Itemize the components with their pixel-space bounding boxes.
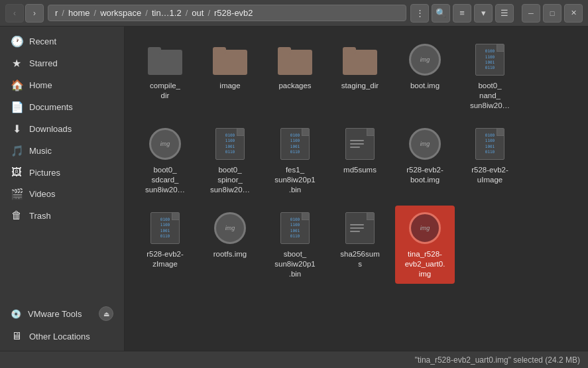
breadcrumb-home: home	[68, 8, 90, 18]
sidebar-item-pictures[interactable]: 🖼 Pictures	[0, 162, 124, 183]
img-icon: img	[214, 212, 246, 244]
file-label: fes1_sun8iw20p1.bin	[274, 165, 315, 195]
sidebar-item-starred[interactable]: ★ Starred	[0, 52, 124, 74]
sidebar-item-other-locations[interactable]: 🖥 Other Locations	[0, 326, 124, 347]
file-item-image[interactable]: image	[200, 37, 260, 116]
file-label: sha256sums	[340, 249, 379, 269]
file-item-fes1[interactable]: 0100110010010110 fes1_sun8iw20p1.bin	[265, 121, 325, 200]
file-label: boot0_sdcard_sun8iw20…	[145, 165, 185, 195]
svg-rect-3	[213, 47, 226, 54]
vmware-label: VMware Tools	[28, 309, 82, 319]
sidebar-item-label: Trash	[29, 211, 51, 221]
titlebar: ‹ › r / home / workspace / tin…1.2 / out…	[0, 0, 588, 27]
file-label: compile_dir	[150, 81, 180, 101]
file-label: boot0_nand_sun8iw20…	[470, 81, 510, 111]
bin-icon: 0100110010010110	[475, 128, 504, 160]
home-icon: 🏠	[11, 79, 23, 92]
trash-icon: 🗑	[11, 210, 23, 221]
file-item-sha256sums[interactable]: sha256sums	[330, 206, 390, 284]
window-controls: ─ □ ✕	[522, 4, 583, 23]
sidebar-item-label: Other Locations	[29, 332, 90, 341]
file-item-staging-dir[interactable]: staging_dir	[330, 37, 390, 116]
bin-icon: 0100110010010110	[475, 44, 504, 76]
status-text: "tina_r528-evb2_uart0.img" selected (24.…	[415, 355, 580, 365]
sidebar-item-label: Recent	[29, 36, 56, 46]
recent-icon: 🕐	[11, 35, 23, 48]
img-icon: img	[409, 44, 441, 76]
txt-icon	[345, 212, 375, 244]
sidebar-item-trash[interactable]: 🗑 Trash	[0, 205, 124, 226]
back-button[interactable]: ‹	[5, 4, 24, 23]
statusbar: "tina_r528-evb2_uart0.img" selected (24.…	[0, 351, 588, 368]
main-area: 🕐 Recent ★ Starred 🏠 Home 📄 Documents ⬇ …	[0, 27, 588, 351]
file-label: rootfs.img	[213, 249, 247, 259]
file-item-md5sums[interactable]: md5sums	[330, 121, 390, 200]
file-label: md5sums	[343, 165, 377, 175]
file-label: sboot_sun8iw20p1.bin	[274, 249, 315, 279]
sidebar-item-music[interactable]: 🎵 Music	[0, 140, 124, 162]
sidebar-item-documents[interactable]: 📄 Documents	[0, 96, 124, 118]
dots-icon: ⋮	[416, 8, 424, 18]
img-icon: img	[409, 212, 441, 244]
bin-icon: 0100110010010110	[215, 128, 245, 160]
sidebar: 🕐 Recent ★ Starred 🏠 Home 📄 Documents ⬇ …	[0, 27, 125, 351]
file-item-r528-uimage[interactable]: 0100110010010110 r528-evb2-uImage	[460, 121, 520, 200]
dropdown-icon: ▾	[481, 8, 486, 18]
sidebar-item-label: Documents	[29, 102, 73, 112]
file-item-boot0-nand[interactable]: 0100110010010110 boot0_nand_sun8iw20…	[460, 37, 520, 116]
sidebar-item-downloads[interactable]: ⬇ Downloads	[0, 118, 124, 140]
file-item-packages[interactable]: packages	[265, 37, 325, 116]
file-item-tina-r528[interactable]: img tina_r528-evb2_uart0.img	[395, 206, 455, 284]
main-menu-button[interactable]: ☰	[495, 4, 514, 23]
breadcrumb-out: out	[192, 8, 204, 18]
breadcrumb-root: r	[55, 8, 58, 18]
view-dropdown-button[interactable]: ▾	[474, 4, 493, 23]
list-icon: ≡	[459, 8, 465, 18]
folder-icon	[213, 44, 247, 75]
file-item-boot0-spinor[interactable]: 0100110010010110 boot0_spinor_sun8iw20…	[200, 121, 260, 200]
svg-rect-1	[148, 47, 161, 54]
view-list-button[interactable]: ≡	[453, 4, 471, 23]
titlebar-actions: ⋮ 🔍 ≡ ▾ ☰	[410, 4, 514, 23]
breadcrumb[interactable]: r / home / workspace / tin…1.2 / out / r…	[48, 5, 406, 21]
forward-button[interactable]: ›	[25, 4, 44, 23]
sidebar-item-label: Music	[29, 146, 52, 156]
file-item-r528-zimage[interactable]: 0100110010010110 r528-evb2-zImage	[135, 206, 195, 284]
sidebar-item-videos[interactable]: 🎬 Videos	[0, 183, 124, 205]
minimize-icon: ─	[528, 9, 534, 17]
file-item-sboot[interactable]: 0100110010010110 sboot_sun8iw20p1.bin	[265, 206, 325, 284]
menu-icon: ☰	[500, 8, 508, 18]
sidebar-item-label: Starred	[29, 58, 58, 68]
file-item-compile-dir[interactable]: compile_dir	[135, 37, 195, 116]
folder-icon	[343, 44, 377, 75]
img-icon: img	[409, 128, 441, 160]
file-item-boot0-sdcard[interactable]: img boot0_sdcard_sun8iw20…	[135, 121, 195, 200]
file-label: r528-evb2-zImage	[147, 249, 184, 269]
sidebar-item-vmware[interactable]: 💿 VMware Tools ⏏	[0, 302, 124, 326]
maximize-button[interactable]: □	[543, 4, 561, 23]
sidebar-item-label: Downloads	[29, 124, 72, 134]
music-icon: 🎵	[11, 145, 23, 157]
bin-icon: 0100110010010110	[150, 212, 180, 244]
file-item-rootfs[interactable]: img rootfs.img	[200, 206, 260, 284]
menu-dots-button[interactable]: ⋮	[410, 4, 429, 23]
eject-icon: ⏏	[103, 310, 109, 318]
sidebar-item-label: Videos	[29, 189, 56, 199]
sidebar-item-home[interactable]: 🏠 Home	[0, 74, 124, 96]
minimize-button[interactable]: ─	[522, 4, 540, 23]
vmware-eject-button[interactable]: ⏏	[99, 306, 113, 321]
file-item-r528-boot[interactable]: img r528-evb2-boot.img	[395, 121, 455, 200]
documents-icon: 📄	[11, 101, 23, 113]
other-locations-icon: 🖥	[11, 330, 23, 342]
file-label: packages	[278, 81, 311, 91]
file-grid: compile_dir image	[135, 37, 577, 284]
file-label: r528-evb2-boot.img	[406, 165, 443, 185]
file-label: staging_dir	[341, 81, 379, 91]
close-button[interactable]: ✕	[564, 4, 583, 23]
sidebar-item-recent[interactable]: 🕐 Recent	[0, 31, 124, 52]
file-item-boot-img[interactable]: img boot.img	[395, 37, 455, 116]
sidebar-item-label: Pictures	[29, 168, 60, 178]
search-button[interactable]: 🔍	[432, 4, 450, 23]
vmware-icon: 💿	[11, 309, 21, 319]
svg-rect-5	[278, 47, 291, 54]
